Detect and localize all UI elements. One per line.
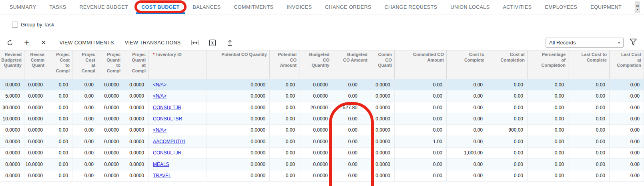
- grid-cell: 0.00: [610, 148, 644, 158]
- inventory-id-cell: CONSULTJR: [148, 102, 207, 113]
- grid-cell: 0.00: [528, 79, 568, 90]
- column-header-potential-co-amount[interactable]: PotentialCOAmount: [270, 50, 299, 79]
- inventory-id-link[interactable]: <N/A>: [153, 82, 167, 88]
- grid-row[interactable]: 0.000010.00000.000.000.00000.0000MEALS0.…: [0, 159, 644, 170]
- refresh-icon: [7, 40, 13, 46]
- view-commitments-button[interactable]: VIEW COMMITMENTS: [59, 40, 114, 46]
- column-header-cost-to-complete[interactable]: Cost toComplete: [447, 50, 487, 79]
- grid-cell: 0.00: [72, 102, 98, 113]
- inventory-id-link[interactable]: AACOMPUT01: [153, 139, 185, 144]
- group-by-task-checkbox[interactable]: [12, 22, 18, 28]
- grid-cell: 0.00: [395, 113, 447, 124]
- grid-cell: 0.00: [447, 170, 487, 181]
- grid-cell: 0.0000: [123, 136, 148, 147]
- tab-summary[interactable]: SUMMARY: [10, 0, 36, 14]
- x-icon: ✕: [41, 39, 46, 46]
- inventory-id-link[interactable]: CONSULTSR: [153, 116, 182, 122]
- grid-row[interactable]: 0.00000.00000.000.000.00000.0000<N/A>0.0…: [0, 125, 644, 136]
- inventory-id-link[interactable]: <N/A>: [153, 93, 167, 99]
- grid-cell: 0.0000: [299, 148, 332, 158]
- grid-cell: 0.00: [72, 90, 98, 101]
- inventory-id-cell: CONSULTJR: [148, 148, 207, 158]
- grid-cell: 0.0000: [24, 125, 47, 136]
- grid-row[interactable]: 0.00000.00000.000.000.00000.0000TRAVEL0.…: [0, 170, 644, 182]
- tab-commitments[interactable]: COMMITMENTS: [234, 0, 273, 14]
- grid-cell: 0.00: [72, 113, 98, 124]
- grid-cell: 0.0000: [299, 79, 332, 90]
- column-header-potential-co-quantity[interactable]: Potential CO Quantity: [207, 50, 270, 79]
- column-header-committed-co-amount[interactable]: Committed COAmount: [395, 50, 447, 79]
- grid-cell: 0.0000: [207, 148, 270, 158]
- grid-cell: 0.0000: [24, 79, 47, 90]
- grid-cell: 0.0000: [98, 148, 123, 158]
- grid-row[interactable]: 0.00000.00000.000.000.00000.0000<N/A>0.0…: [0, 79, 644, 90]
- column-header-project-cost-at-completion[interactable]: ProjecCostatCompl: [72, 50, 98, 79]
- grid-cell: 0.0000: [98, 136, 123, 147]
- column-header-budgeted-co-amount[interactable]: BudgetedCO Amount: [332, 50, 370, 79]
- grid-cell: 0.00: [610, 170, 644, 181]
- grid-row[interactable]: 5.00000.00000.000.000.00000.0000<N/A>0.0…: [0, 90, 644, 102]
- column-header-last-cost-at-completion[interactable]: Last CostatCompletion: [610, 50, 644, 79]
- inventory-id-cell: <N/A>: [148, 90, 207, 101]
- fit-to-width-icon: [191, 40, 199, 46]
- load-records-button[interactable]: [227, 40, 233, 46]
- grid-cell: 0.0000: [24, 148, 47, 158]
- column-header-project-cost-to-complete[interactable]: ProjecCosttoCompl: [47, 50, 72, 79]
- delete-row-button[interactable]: ✕: [41, 39, 46, 46]
- tab-employees[interactable]: EMPLOYEES: [545, 0, 578, 14]
- tab-union-locals[interactable]: UNION LOCALS: [451, 0, 490, 14]
- column-header-cost-at-completion[interactable]: Cost atCompletion: [487, 50, 528, 79]
- column-header-last-cost-to-complete[interactable]: Last Cost toComplete: [568, 50, 610, 79]
- tab-equipment[interactable]: EQUIPMENT: [590, 0, 622, 14]
- grid: RevisedBudgetedQuantityReviseCommQuantPr…: [0, 50, 644, 182]
- tab-activities[interactable]: ACTIVITIES: [503, 0, 532, 14]
- inventory-id-link[interactable]: CONSULTJR: [153, 150, 181, 156]
- export-to-excel-button[interactable]: X: [209, 40, 216, 46]
- plus-icon: +: [24, 39, 30, 47]
- column-header-project-quantity-to-complete[interactable]: ProjecQuantitoCompl: [98, 50, 123, 79]
- excel-icon: X: [211, 40, 214, 45]
- column-header-budgeted-co-quantity[interactable]: BudgetedCOQuantity: [299, 50, 332, 79]
- column-header-project-quantity-at-completion[interactable]: ProjecQuantiatCompl: [123, 50, 148, 79]
- tab-overflow-button[interactable]: » ▾: [635, 1, 640, 13]
- grid-cell: 527.80: [332, 102, 370, 113]
- grid-cell: 0.00: [47, 125, 72, 136]
- grid-cell: 0.00: [72, 148, 98, 158]
- inventory-id-link[interactable]: CONSULTJR: [153, 105, 181, 110]
- tab-balances[interactable]: BALANCES: [193, 0, 221, 14]
- grid-cell: 0.00: [332, 125, 370, 136]
- grid-cell: 0.0000: [123, 148, 148, 158]
- tab-tasks[interactable]: TASKS: [49, 0, 66, 14]
- grid-cell: 0.00: [610, 159, 644, 170]
- tab-cost-budget[interactable]: COST BUDGET: [141, 0, 179, 14]
- grid-row[interactable]: 30.00000.00000.000.000.00000.0000CONSULT…: [0, 102, 644, 113]
- refresh-button[interactable]: [7, 40, 13, 46]
- chevron-right-icon: »: [636, 3, 639, 8]
- tab-revenue-budget[interactable]: REVENUE BUDGET: [80, 0, 128, 14]
- records-filter-dropdown[interactable]: All Records ▾: [546, 38, 624, 48]
- view-transactions-button[interactable]: VIEW TRANSACTIONS: [125, 40, 181, 46]
- inventory-id-link[interactable]: <N/A>: [153, 127, 167, 133]
- inventory-id-link[interactable]: MEALS: [153, 162, 169, 167]
- column-header-revised-committed-quantity[interactable]: ReviseCommQuant: [24, 50, 47, 79]
- inventory-id-link[interactable]: TRAVEL: [153, 173, 171, 178]
- grid-cell: 0.00: [528, 136, 568, 147]
- grid-cell: 0.00: [47, 136, 72, 147]
- column-header-revised-budgeted-quantity[interactable]: RevisedBudgetedQuantity: [0, 50, 24, 79]
- tab-change-orders[interactable]: CHANGE ORDERS: [325, 0, 371, 14]
- add-row-button[interactable]: +: [24, 39, 30, 47]
- filter-settings-button[interactable]: [629, 38, 637, 46]
- tab-change-requests[interactable]: CHANGE REQUESTS: [385, 0, 437, 14]
- grid-row[interactable]: 0.00000.00000.000.000.00000.0000AACOMPUT…: [0, 136, 644, 147]
- column-header-committed-co-quantity[interactable]: CommCOQuanti: [370, 50, 395, 79]
- column-header-inventory-id[interactable]: * Inventory ID: [148, 50, 207, 79]
- grid-cell: 0.00: [270, 79, 299, 90]
- grid-row[interactable]: 10.00000.00000.000.000.00000.0000CONSULT…: [0, 113, 644, 124]
- grid-cell: 0.0000: [370, 136, 395, 147]
- tab-invoices[interactable]: INVOICES: [287, 0, 312, 14]
- column-header-percentage-of-completion[interactable]: PercentageofCompletion: [528, 50, 568, 79]
- grid-cell: 0.0000: [0, 148, 24, 158]
- grid-cell: 0.0000: [370, 79, 395, 90]
- fit-to-width-button[interactable]: [191, 40, 199, 46]
- grid-row[interactable]: 0.00000.00000.000.000.00000.0000CONSULTJ…: [0, 148, 644, 159]
